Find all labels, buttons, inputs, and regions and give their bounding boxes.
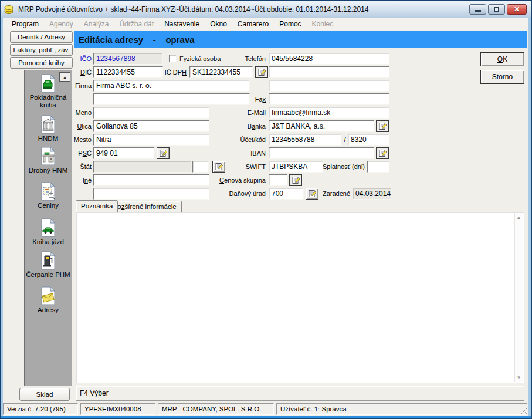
danovy-urad-label: Daňový úrad (209, 188, 266, 200)
danovy-urad-field[interactable]: 700 (269, 188, 304, 200)
dic-field[interactable]: 1122334455 (93, 66, 163, 78)
ucet-label: Účet/kód (209, 134, 266, 146)
dic-label: DIČ (56, 66, 92, 78)
fyzicka-osoba-checkbox[interactable] (169, 55, 177, 62)
banka-field[interactable]: J&T BANKA, a.s. (269, 120, 374, 132)
zaradene-field: 04.03.2014 (353, 188, 391, 200)
stat-code-field[interactable] (192, 161, 209, 173)
stat-field (93, 161, 191, 173)
bank-icon (39, 115, 57, 134)
sidebar-item-label: Adresy (38, 306, 59, 313)
sidebar-item-label: Ceniny (38, 202, 59, 209)
menu-analyza: Analýza (79, 19, 114, 29)
sidebar-item-ceniny[interactable]: Ceniny (25, 182, 72, 210)
desk-icon (39, 147, 57, 165)
meno-field[interactable] (93, 107, 209, 119)
edit-address-form: IČO 1234567898 Fyzická osoba Telefón 045… (74, 48, 527, 401)
note-textarea[interactable]: ▲ ▼ (76, 212, 524, 383)
status-company: MRP - COMPANY, SPOL. S R.O. (158, 403, 274, 415)
tab-rozsirene-informacie[interactable]: Rozšírené informácie (107, 201, 182, 212)
note-pencil-icon (378, 122, 387, 130)
mesto-field[interactable]: Nitra (93, 134, 209, 146)
ucet-separator: / (343, 134, 347, 146)
note-pencil-icon (378, 149, 387, 157)
sidebar-item-cerpanie-phm[interactable]: Čerpanie PHM (25, 251, 72, 279)
cenova-skupina-field[interactable] (269, 174, 287, 186)
close-icon: ✕ (514, 6, 520, 13)
sidebar-item-pokladnicna-kniha[interactable]: Pokladničná kniha (25, 74, 72, 109)
stat-label: Štát (56, 161, 92, 173)
ok-button[interactable]: OK (480, 52, 524, 66)
menu-agendy: Agendy (44, 19, 79, 29)
ulica-field[interactable]: Golianova 85 (93, 120, 209, 132)
firma-field[interactable]: Firma ABC s. r. o. (93, 80, 250, 92)
email-field[interactable]: firmaabc@firma.sk (269, 107, 389, 119)
mesto-label: Mesto (56, 134, 92, 146)
minimize-button[interactable] (469, 4, 486, 15)
menu-nastavenie[interactable]: Nastavenie (159, 19, 205, 29)
fuel-pump-icon (39, 251, 57, 270)
ico-field[interactable]: 1234567898 (93, 53, 163, 65)
hint-bar: F4 Výber (76, 386, 524, 401)
sidebar-item-label: Čerpanie PHM (26, 271, 70, 278)
fax-label: Fax (209, 93, 266, 105)
icdph-lookup-button[interactable] (255, 66, 268, 78)
restore-icon (494, 7, 499, 12)
iban-lookup-button[interactable] (376, 147, 389, 159)
sidebar-tab-dennik-adresy[interactable]: Denník / Adresy (10, 31, 73, 43)
scroll-down-icon[interactable]: ▼ (516, 374, 522, 381)
psc-lookup-button[interactable] (157, 147, 170, 159)
app-window: MRP Podvojné účtovníctvo + sklad~44-Firm… (0, 0, 532, 419)
close-button[interactable]: ✕ (507, 4, 527, 15)
telefon-field[interactable]: 045/5584228 (269, 53, 389, 65)
titlebar: MRP Podvojné účtovníctvo + sklad~44-Firm… (1, 1, 531, 18)
window-frame-right (528, 18, 531, 418)
ine-field[interactable] (93, 174, 209, 186)
firma-label: Firma (56, 80, 92, 92)
banka-lookup-button[interactable] (376, 120, 389, 132)
tab-poznamka[interactable]: Poznámka (76, 200, 118, 212)
window-title: MRP Podvojné účtovníctvo + sklad~44-Firm… (18, 5, 469, 13)
resize-grip[interactable] (520, 407, 528, 415)
car-icon (39, 218, 57, 237)
menu-koniec: Koniec (307, 19, 339, 29)
note-pencil-icon (292, 176, 300, 184)
menu-okno[interactable]: Okno (205, 19, 232, 29)
psc-label: PSČ (56, 147, 92, 159)
menubar: Program Agendy Analýza Údržba dát Nastav… (3, 18, 528, 30)
psc-field[interactable]: 949 01 (93, 147, 154, 159)
sklad-button[interactable]: Sklad (19, 388, 70, 401)
kod-field[interactable]: 8320 (348, 134, 389, 146)
firma-right-field[interactable] (269, 80, 389, 92)
banka-label: Banka (209, 120, 266, 132)
cenova-skupina-label: Cenová skupina (209, 174, 266, 186)
note-pencil-icon (257, 68, 266, 76)
restore-button[interactable] (488, 4, 505, 15)
email-label: E-Mail (209, 107, 266, 119)
ine2-field[interactable] (93, 188, 209, 200)
ico-label[interactable]: IČO (56, 53, 92, 65)
icdph-field[interactable]: SK1122334455 (189, 66, 253, 78)
menu-udrzba-dat: Údržba dát (114, 19, 159, 29)
iban-field[interactable] (269, 147, 374, 159)
status-version: Verzia č. 7.20 (795) (3, 403, 78, 415)
stamp-icon (39, 182, 57, 201)
scroll-up-icon[interactable]: ▲ (516, 214, 522, 221)
menu-camarero[interactable]: Camarero (232, 19, 274, 29)
menu-program[interactable]: Program (6, 19, 44, 29)
splatnost-field[interactable] (367, 161, 389, 173)
sidebar-item-label: Kniha jázd (32, 238, 64, 245)
sidebar-item-kniha-jazd[interactable]: Kniha jázd (25, 218, 72, 246)
storno-button[interactable]: Storno (480, 70, 524, 84)
icdph-label: IČ DPH (156, 66, 187, 78)
swift-label: SWIFT (209, 161, 266, 173)
ulica-label: Ulica (56, 120, 92, 132)
fax-field[interactable] (269, 93, 389, 105)
cenova-skupina-lookup-button[interactable] (289, 174, 302, 186)
note-scrollbar[interactable]: ▲ ▼ (514, 213, 523, 382)
iban-label: IBAN (209, 147, 266, 159)
menu-pomoc[interactable]: Pomoc (274, 19, 306, 29)
ucet-field[interactable]: 12345558788 (269, 134, 341, 146)
sidebar-item-adresy[interactable]: Adresy (25, 286, 72, 314)
telefon2-field[interactable] (269, 66, 389, 78)
